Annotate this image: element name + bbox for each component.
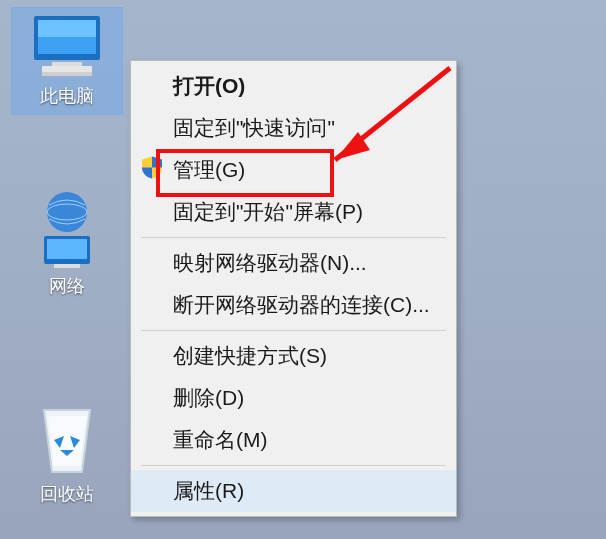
desktop-icon-label: 此电脑 [12,84,122,108]
menu-separator [141,237,446,238]
menu-item-create-shortcut[interactable]: 创建快捷方式(S) [131,335,456,377]
menu-item-delete[interactable]: 删除(D) [131,377,456,419]
context-menu: 打开(O) 固定到"快速访问" 管理(G) 固定到"开始"屏幕(P) 映射网络驱… [130,60,457,517]
menu-item-label: 打开(O) [173,72,245,100]
menu-item-label: 映射网络驱动器(N)... [173,249,367,277]
menu-item-label: 断开网络驱动器的连接(C)... [173,291,430,319]
menu-item-label: 重命名(M) [173,426,267,454]
menu-item-label: 属性(R) [173,477,244,505]
svg-point-6 [47,192,87,232]
menu-item-map-network-drive[interactable]: 映射网络驱动器(N)... [131,242,456,284]
menu-item-properties[interactable]: 属性(R) [131,470,456,512]
svg-rect-9 [47,239,87,259]
recycle-bin-icon [24,398,110,478]
desktop-icon-this-pc[interactable]: 此电脑 [12,8,122,114]
menu-item-disconnect-network-drive[interactable]: 断开网络驱动器的连接(C)... [131,284,456,326]
menu-item-label: 固定到"快速访问" [173,114,335,142]
svg-rect-10 [54,264,80,268]
menu-separator [141,330,446,331]
svg-rect-5 [42,72,92,76]
menu-item-label: 创建快捷方式(S) [173,342,327,370]
menu-item-manage[interactable]: 管理(G) [131,149,456,191]
computer-icon [24,14,110,80]
menu-item-open[interactable]: 打开(O) [131,65,456,107]
svg-rect-2 [38,20,96,37]
menu-item-pin-quick-access[interactable]: 固定到"快速访问" [131,107,456,149]
uac-shield-icon [141,156,163,185]
svg-rect-3 [52,62,82,66]
menu-item-label: 删除(D) [173,384,244,412]
menu-item-pin-start[interactable]: 固定到"开始"屏幕(P) [131,191,456,233]
desktop-icon-network[interactable]: 网络 [12,190,122,298]
menu-separator [141,465,446,466]
menu-item-rename[interactable]: 重命名(M) [131,419,456,461]
desktop-icon-recycle-bin[interactable]: 回收站 [12,398,122,506]
desktop-icon-label: 回收站 [12,482,122,506]
menu-item-label: 固定到"开始"屏幕(P) [173,198,363,226]
network-icon [24,190,110,270]
desktop-icon-label: 网络 [12,274,122,298]
menu-item-label: 管理(G) [173,156,245,184]
